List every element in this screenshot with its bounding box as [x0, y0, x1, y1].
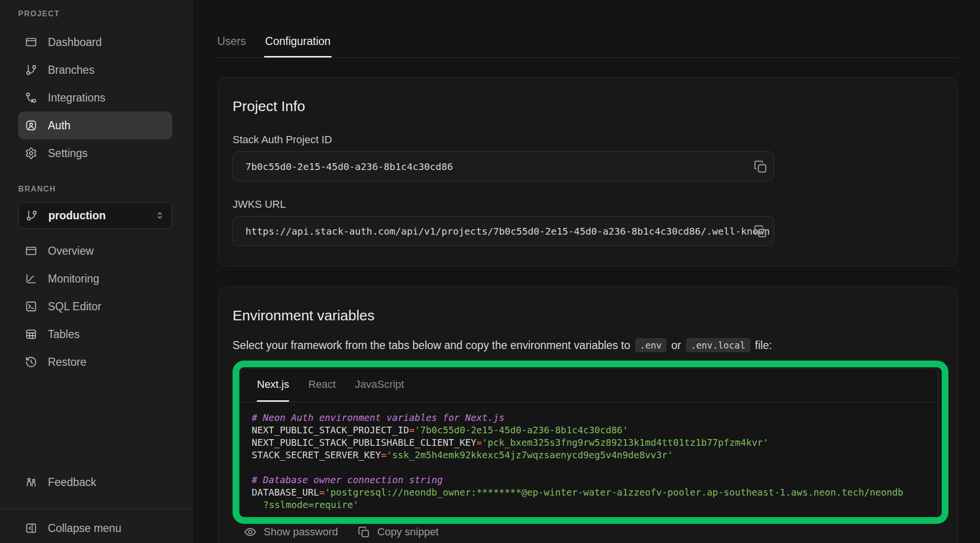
overview-icon	[25, 245, 37, 257]
sidebar-item-tables[interactable]: Tables	[18, 320, 172, 348]
sidebar-item-label: Tables	[48, 328, 79, 341]
sidebar-item-label: Monitoring	[48, 272, 99, 285]
restore-icon	[25, 356, 37, 368]
sidebar-item-label: Auth	[48, 119, 70, 132]
integrations-icon	[25, 91, 37, 104]
sidebar-item-label: Settings	[48, 147, 88, 160]
branch-selector-value: production	[48, 209, 106, 222]
environment-variables-card: Environment variables Select your framew…	[218, 286, 958, 543]
sidebar-item-label: Branches	[48, 64, 94, 77]
sidebar-item-integrations[interactable]: Integrations	[18, 84, 172, 112]
tab-react[interactable]: React	[308, 369, 335, 402]
stack-auth-project-id-field[interactable]: 7b0c55d0-2e15-45d0-a236-8b1c4c30cd86	[233, 151, 774, 181]
sidebar-item-restore[interactable]: Restore	[18, 348, 172, 376]
sidebar-item-settings[interactable]: Settings	[18, 139, 172, 167]
env-code-block: # Neon Auth environment variables for Ne…	[240, 402, 938, 511]
env-local-file-pill: .env.local	[686, 338, 750, 352]
sidebar-item-monitoring[interactable]: Monitoring	[18, 265, 172, 293]
snippet-actions: Show password Copy snippet	[244, 525, 439, 539]
code-line: DATABASE_URL='postgresql://neondb_owner:…	[252, 486, 924, 499]
feedback-icon	[25, 476, 37, 488]
sidebar-item-overview[interactable]: Overview	[18, 237, 172, 265]
feedback-nav: Feedback	[18, 468, 172, 496]
settings-icon	[25, 147, 37, 159]
framework-tabs: Next.js React JavaScript	[240, 369, 938, 402]
sidebar-item-label: Integrations	[48, 91, 105, 104]
project-nav: Dashboard Branches Integrations Auth Set…	[18, 28, 172, 167]
tab-javascript[interactable]: JavaScript	[355, 369, 404, 402]
jwks-url-value: https://api.stack-auth.com/api/v1/projec…	[245, 226, 770, 237]
sidebar-item-label: Feedback	[48, 476, 96, 489]
branch-icon	[25, 209, 38, 222]
sidebar: PROJECT Dashboard Branches Integrations …	[0, 0, 192, 543]
tab-nextjs[interactable]: Next.js	[257, 369, 289, 402]
code-line: STACK_SECRET_SERVER_KEY='ssk_2m5h4emk92k…	[252, 449, 924, 462]
eye-icon	[244, 525, 257, 539]
sidebar-item-feedback[interactable]: Feedback	[18, 468, 172, 496]
copy-snippet-label: Copy snippet	[377, 526, 438, 538]
show-password-button[interactable]: Show password	[244, 525, 338, 539]
env-description-text: file:	[755, 339, 772, 352]
code-comment: # Neon Auth environment variables for Ne…	[252, 412, 504, 423]
project-section-label: PROJECT	[18, 10, 60, 18]
chevron-up-down-icon	[155, 210, 165, 221]
sidebar-item-sql-editor[interactable]: SQL Editor	[18, 293, 172, 320]
auth-icon	[25, 119, 37, 132]
monitoring-icon	[25, 272, 37, 285]
card-title: Project Info	[233, 98, 305, 114]
sidebar-item-label: SQL Editor	[48, 300, 101, 313]
stack-auth-project-id-label: Stack Auth Project ID	[233, 134, 332, 146]
sidebar-item-auth[interactable]: Auth	[18, 112, 172, 139]
sidebar-divider	[0, 509, 192, 509]
branch-nav: Overview Monitoring SQL Editor Tables Re…	[18, 237, 172, 376]
copy-project-id-button[interactable]	[753, 159, 768, 174]
env-file-pill: .env	[635, 338, 667, 352]
copy-snippet-button[interactable]: Copy snippet	[357, 525, 438, 539]
copy-icon	[753, 224, 768, 239]
sql-editor-icon	[25, 300, 37, 313]
page-tabs: Users Configuration	[216, 27, 958, 58]
sidebar-item-branches[interactable]: Branches	[18, 56, 172, 84]
sidebar-item-label: Restore	[48, 356, 87, 369]
code-blank-line	[252, 462, 924, 474]
show-password-label: Show password	[264, 526, 338, 538]
branch-selector[interactable]: production	[18, 202, 172, 229]
copy-jwks-url-button[interactable]	[753, 224, 768, 239]
stack-auth-project-id-value: 7b0c55d0-2e15-45d0-a236-8b1c4c30cd86	[245, 161, 453, 172]
collapse-panel-icon	[25, 522, 37, 534]
copy-icon	[357, 525, 370, 539]
copy-icon	[753, 159, 768, 174]
code-line: ?sslmode=require'	[252, 499, 924, 511]
code-comment: # Database owner connection string	[252, 475, 443, 486]
card-title: Environment variables	[233, 307, 375, 324]
env-description-text: or	[671, 339, 681, 352]
env-description-text: Select your framework from the tabs belo…	[233, 339, 630, 352]
tables-icon	[25, 328, 37, 340]
sidebar-item-label: Collapse menu	[48, 522, 121, 535]
jwks-url-field[interactable]: https://api.stack-auth.com/api/v1/projec…	[233, 216, 774, 246]
dashboard-icon	[25, 36, 37, 48]
sidebar-item-label: Dashboard	[48, 36, 102, 49]
code-line: NEXT_PUBLIC_STACK_PROJECT_ID='7b0c55d0-2…	[252, 424, 924, 437]
sidebar-item-dashboard[interactable]: Dashboard	[18, 28, 172, 56]
branches-icon	[25, 64, 37, 76]
code-line: NEXT_PUBLIC_STACK_PUBLISHABLE_CLIENT_KEY…	[252, 437, 924, 449]
tab-users[interactable]: Users	[216, 27, 247, 57]
sidebar-item-label: Overview	[48, 245, 94, 258]
branch-section-label: BRANCH	[18, 185, 56, 193]
collapse-menu-button[interactable]: Collapse menu	[18, 514, 172, 542]
jwks-url-label: JWKS URL	[233, 198, 286, 211]
code-snippet-panel: Next.js React JavaScript # Neon Auth env…	[239, 368, 938, 518]
env-description: Select your framework from the tabs belo…	[233, 338, 772, 352]
tab-configuration[interactable]: Configuration	[264, 27, 332, 57]
project-info-card: Project Info Stack Auth Project ID 7b0c5…	[218, 78, 958, 266]
collapse-nav: Collapse menu	[18, 514, 172, 542]
